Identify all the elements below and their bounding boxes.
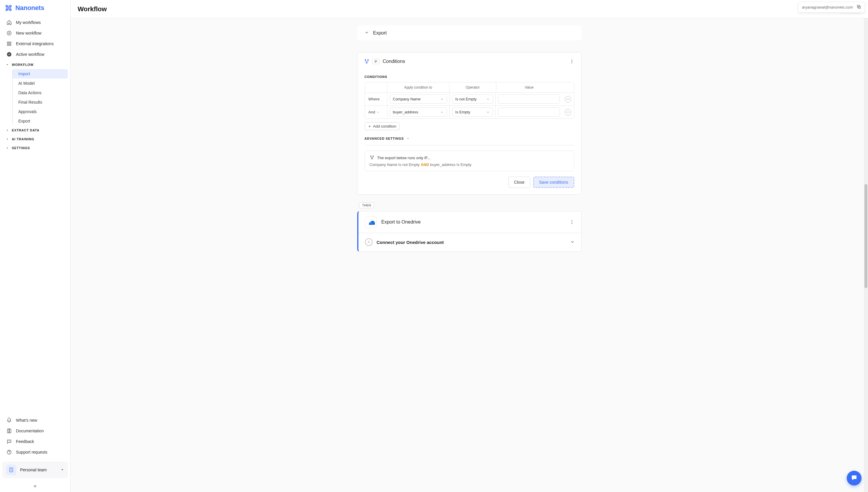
condition-row: Where Company Name Is not Empty	[365, 93, 574, 106]
svg-point-18	[571, 61, 572, 62]
value-input[interactable]	[498, 107, 560, 117]
sidebar-item-label: Documentation	[16, 428, 44, 433]
building-icon	[6, 465, 17, 475]
sidebar-item-support[interactable]: Support requests	[2, 447, 68, 458]
join-label: Where	[365, 93, 387, 105]
delete-condition-button[interactable]	[565, 109, 571, 116]
svg-rect-11	[10, 468, 13, 472]
branch-small-icon	[369, 155, 374, 161]
sidebar-group-label: AI TRAINING	[12, 137, 34, 141]
chevron-right-icon	[5, 137, 9, 141]
delete-condition-button[interactable]	[565, 96, 571, 102]
divider	[365, 145, 574, 145]
sidebar-group-head-settings[interactable]: SETTINGS	[2, 144, 68, 152]
kebab-menu-button[interactable]	[569, 58, 575, 65]
table-header-row: Apply condition to Operator Value	[365, 82, 574, 93]
conditions-section-label: CONDITIONS	[365, 75, 574, 78]
svg-point-15	[367, 59, 368, 60]
join-select[interactable]: And	[365, 106, 387, 118]
brand-name: Nanonets	[15, 4, 44, 12]
copy-icon[interactable]	[857, 4, 861, 10]
sidebar-item-final-results[interactable]: Final Results	[12, 97, 68, 107]
field-select[interactable]: buyer_address	[390, 107, 447, 117]
sidebar-item-label: Support requests	[16, 450, 48, 454]
sidebar-group-label: WORKFLOW	[12, 63, 34, 67]
chevron-down-icon	[5, 63, 9, 67]
chevron-right-icon	[5, 128, 9, 132]
sidebar-item-my-workflows[interactable]: My workflows	[2, 17, 68, 28]
svg-point-25	[571, 223, 572, 224]
svg-rect-8	[10, 44, 11, 46]
scrollbar-thumb[interactable]	[865, 184, 867, 288]
sidebar-item-label: External integrations	[16, 41, 54, 46]
operator-select[interactable]: Is not Empty	[452, 95, 493, 104]
sidebar-item-active-workflow[interactable]: Active workflow	[2, 49, 68, 60]
th-operator: Operator	[449, 82, 496, 93]
main: Workflow Sch aryanagrawal@nanonets.com E…	[71, 0, 868, 492]
export-section-label: Export	[373, 30, 387, 36]
user-email-bar: aryanagrawal@nanonets.com	[798, 2, 865, 13]
help-circle-icon	[6, 449, 12, 455]
svg-point-16	[366, 63, 367, 64]
svg-point-19	[571, 63, 572, 64]
value-input[interactable]	[498, 95, 560, 104]
sidebar-item-external-integrations[interactable]: External integrations	[2, 39, 68, 49]
kebab-menu-button[interactable]	[569, 219, 575, 225]
chat-bubble-icon	[850, 474, 858, 482]
sidebar-item-whats-new[interactable]: What's new	[2, 415, 68, 425]
person-icon	[365, 238, 373, 246]
add-condition-button[interactable]: Add condition	[365, 122, 400, 130]
svg-point-26	[368, 241, 369, 242]
brand[interactable]: Nanonets	[0, 0, 70, 17]
connect-label: Connect your Onedrive account	[377, 240, 566, 245]
grid-icon	[6, 41, 12, 46]
team-switcher[interactable]: Personal team	[2, 462, 68, 478]
chevron-up-icon	[60, 467, 65, 472]
connect-onedrive-row[interactable]: Connect your Onedrive account	[358, 233, 581, 251]
sidebar-item-new-workflow[interactable]: New workflow	[2, 28, 68, 39]
operator-select[interactable]: Is Empty	[452, 107, 493, 117]
chevron-down-icon	[570, 240, 575, 245]
sidebar-item-import[interactable]: Import	[12, 69, 68, 78]
summary-text: Company Name Is not Empty AND buyer_addr…	[369, 163, 569, 167]
sidebar-item-approvals[interactable]: Approvals	[12, 107, 68, 116]
sidebar-group-head-ai-training[interactable]: AI TRAINING	[2, 135, 68, 144]
field-select[interactable]: Company Name	[390, 95, 447, 104]
chat-fab[interactable]	[847, 471, 862, 486]
svg-point-23	[571, 220, 572, 221]
th-field: Apply condition to	[387, 82, 449, 93]
sidebar-item-documentation[interactable]: Documentation	[2, 425, 68, 436]
export-section-header[interactable]: Export	[357, 25, 582, 41]
svg-rect-6	[10, 42, 11, 43]
compass-icon	[6, 52, 12, 57]
svg-point-2	[6, 9, 7, 10]
save-conditions-button[interactable]: Save conditions	[533, 177, 574, 188]
onedrive-icon	[365, 216, 377, 228]
advanced-settings-toggle[interactable]: ADVANCED SETTINGS	[365, 137, 574, 140]
sidebar-item-ai-model[interactable]: AI Model	[12, 78, 68, 88]
sidebar-group-head-workflow[interactable]: WORKFLOW	[2, 60, 68, 69]
notification-dot-icon	[8, 417, 10, 419]
svg-point-21	[373, 156, 374, 156]
collapse-sidebar-button[interactable]: «	[0, 481, 70, 492]
summary-head-text: The export below runs only IF...	[377, 156, 431, 160]
canvas[interactable]: Export IF Conditions CONDITIONS	[71, 18, 868, 492]
sidebar-item-label: Feedback	[16, 439, 34, 444]
then-badge: THEN	[359, 202, 374, 208]
sidebar-item-data-actions[interactable]: Data Actions	[12, 88, 68, 97]
user-email: aryanagrawal@nanonets.com	[802, 5, 853, 9]
collapse-icon: «	[34, 483, 36, 489]
home-icon	[6, 20, 12, 25]
brand-logo-icon	[5, 4, 12, 12]
message-alert-icon	[6, 439, 12, 444]
svg-point-22	[372, 158, 372, 159]
advanced-settings-label: ADVANCED SETTINGS	[365, 137, 404, 140]
sidebar-group-head-extract-data[interactable]: EXTRACT DATA	[2, 126, 68, 135]
sidebar-item-export[interactable]: Export	[12, 116, 68, 126]
close-button[interactable]: Close	[508, 177, 530, 188]
scrollbar[interactable]	[864, 18, 868, 492]
sidebar-item-feedback[interactable]: Feedback	[2, 436, 68, 447]
team-label: Personal team	[20, 467, 57, 472]
conditions-table: Apply condition to Operator Value Where …	[365, 82, 574, 119]
onedrive-export-card: Export to Onedrive Connect your Onedrive…	[357, 211, 582, 252]
